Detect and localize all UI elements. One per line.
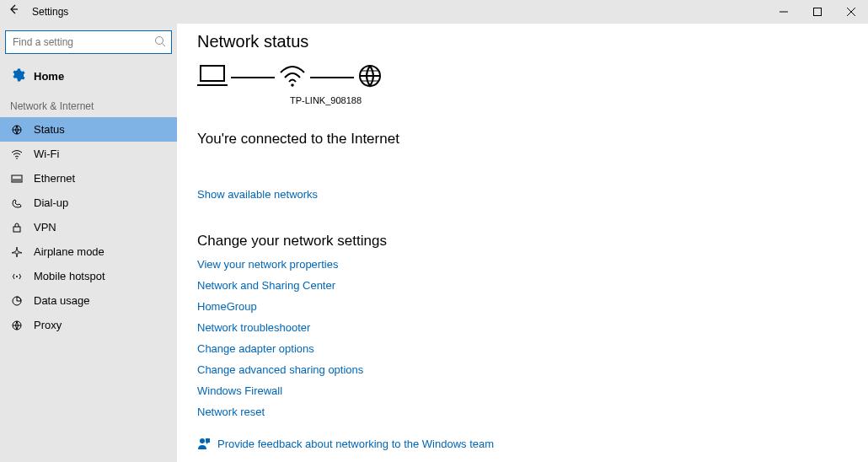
pc-icon <box>197 64 228 91</box>
hotspot-icon <box>10 271 24 282</box>
sidebar-item-proxy[interactable]: Proxy <box>0 313 177 337</box>
svg-rect-16 <box>13 227 20 232</box>
network-name: TP-LINK_908188 <box>290 95 848 105</box>
sidebar-item-status[interactable]: Status <box>0 117 177 142</box>
feedback-link[interactable]: Provide feedback about networking to the… <box>197 437 848 450</box>
network-diagram <box>197 63 848 92</box>
svg-point-9 <box>16 158 18 159</box>
minimize-button[interactable] <box>767 0 801 24</box>
sidebar-category: Network & Internet <box>0 90 177 117</box>
window-title: Settings <box>27 6 68 18</box>
svg-point-5 <box>156 36 163 44</box>
maximize-icon <box>813 8 822 16</box>
sidebar-item-dialup[interactable]: Dial-up <box>0 191 177 215</box>
airplane-icon <box>10 246 24 258</box>
diagram-line <box>231 77 275 78</box>
sidebar-item-label: Data usage <box>34 294 90 307</box>
sidebar-item-label: Ethernet <box>34 172 75 185</box>
close-icon <box>847 8 855 16</box>
sidebar-item-label: Dial-up <box>34 196 68 209</box>
router-wifi-icon <box>278 64 307 91</box>
sidebar-item-vpn[interactable]: VPN <box>0 215 177 239</box>
dialup-icon <box>10 197 24 209</box>
sidebar-item-label: Airplane mode <box>34 245 104 258</box>
link-view-properties[interactable]: View your network properties <box>197 258 848 271</box>
main-content: Network status TP-LINK_908188 You're con… <box>177 24 868 462</box>
sidebar-item-wifi[interactable]: Wi-Fi <box>0 142 177 166</box>
sidebar-item-datausage[interactable]: Data usage <box>0 288 177 313</box>
link-adapter-options[interactable]: Change adapter options <box>197 342 848 355</box>
maximize-button[interactable] <box>801 0 834 24</box>
arrow-left-icon <box>8 3 19 15</box>
sidebar-item-airplane[interactable]: Airplane mode <box>0 239 177 264</box>
diagram-line <box>310 77 354 78</box>
svg-line-6 <box>163 43 166 46</box>
search-field[interactable] <box>11 35 154 49</box>
feedback-icon <box>197 437 211 450</box>
settings-links: View your network properties Network and… <box>197 258 848 418</box>
ethernet-icon <box>10 173 24 185</box>
svg-rect-2 <box>814 8 822 16</box>
close-button[interactable] <box>834 0 868 24</box>
globe-icon <box>357 63 383 92</box>
sidebar-item-label: Status <box>34 123 65 136</box>
back-button[interactable] <box>0 0 27 24</box>
change-settings-heading: Change your network settings <box>197 233 848 250</box>
page-title: Network status <box>197 32 848 51</box>
link-firewall[interactable]: Windows Firewall <box>197 384 848 397</box>
sidebar: Home Network & Internet Status Wi-Fi Eth… <box>0 24 177 462</box>
link-homegroup[interactable]: HomeGroup <box>197 300 848 313</box>
sidebar-item-ethernet[interactable]: Ethernet <box>0 166 177 191</box>
svg-rect-21 <box>201 66 224 81</box>
search-input[interactable] <box>5 30 172 54</box>
gear-icon <box>10 67 25 85</box>
vpn-icon <box>10 222 24 234</box>
feedback-label: Provide feedback about networking to the… <box>217 438 494 450</box>
titlebar: Settings <box>0 0 868 24</box>
link-advanced-sharing[interactable]: Change advanced sharing options <box>197 363 848 376</box>
proxy-icon <box>10 320 24 331</box>
minimize-icon <box>780 8 788 16</box>
svg-point-28 <box>200 438 205 443</box>
sidebar-item-label: Proxy <box>34 319 62 331</box>
sidebar-item-label: VPN <box>34 221 56 234</box>
wifi-icon <box>10 148 24 160</box>
sidebar-item-label: Mobile hotspot <box>34 270 105 282</box>
link-troubleshooter[interactable]: Network troubleshooter <box>197 321 848 334</box>
status-icon <box>10 124 24 136</box>
svg-point-23 <box>291 83 294 87</box>
connected-heading: You're connected to the Internet <box>197 131 848 148</box>
sidebar-home-label: Home <box>34 70 64 83</box>
show-networks-link[interactable]: Show available networks <box>197 188 318 201</box>
search-icon <box>154 35 166 50</box>
link-sharing-center[interactable]: Network and Sharing Center <box>197 279 848 292</box>
link-network-reset[interactable]: Network reset <box>197 406 848 418</box>
datausage-icon <box>10 295 24 307</box>
svg-point-17 <box>16 276 18 277</box>
sidebar-item-hotspot[interactable]: Mobile hotspot <box>0 264 177 288</box>
sidebar-item-label: Wi-Fi <box>34 148 59 160</box>
sidebar-home[interactable]: Home <box>0 62 177 90</box>
